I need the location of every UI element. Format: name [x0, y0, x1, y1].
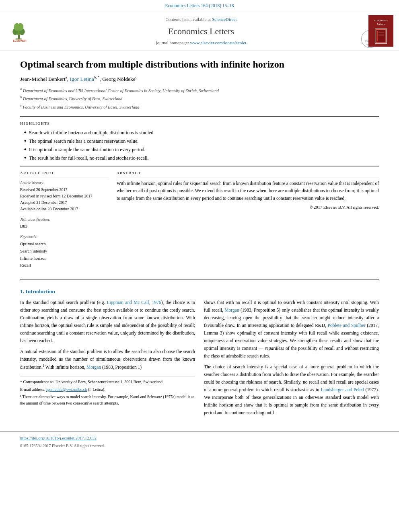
footnote-1: ¹ There are alternative ways to model se…: [20, 394, 195, 406]
email-link[interactable]: igor.letina@vwi.unibe.ch: [46, 387, 87, 392]
doi-link[interactable]: https://doi.org/10.1016/j.econlet.2017.1…: [20, 436, 97, 440]
highlight-item-3: It is optimal to sample the same distrib…: [24, 146, 379, 153]
highlights-label: HIGHLIGHTS: [20, 121, 379, 127]
article-info-column: ARTICLE INFO Article history: Received 2…: [20, 170, 109, 273]
sciencedirect-link[interactable]: ScienceDirect: [212, 17, 237, 22]
cover-label: economicsletters: [374, 18, 388, 27]
keyword-3: Infinite horizon: [20, 255, 109, 262]
jel-section: JEL classification: D83: [20, 216, 109, 230]
jel-code: D83: [20, 223, 109, 230]
journal-header: ELSEVIER Contents lists available at Sci…: [0, 11, 399, 51]
landsberger-peled-link[interactable]: Landsberger and Peled: [321, 387, 364, 392]
affil-row-3: c Faculty of Business and Economics, Uni…: [20, 103, 379, 111]
keyword-2: Search intensity: [20, 248, 109, 255]
keywords-label: Keywords:: [20, 234, 109, 240]
affil-row-1: a Department of Economics and UBS Intern…: [20, 86, 379, 94]
morgan-link-right[interactable]: Morgan: [224, 308, 239, 312]
author-1: Jean-Michel Benkert: [20, 76, 66, 82]
journal-homepage-url[interactable]: www.elsevier.com/locate/ecolet: [190, 40, 247, 45]
elsevier-logo-icon: ELSEVIER: [6, 20, 34, 42]
highlight-item-4: The result holds for full-recall, no-rec…: [24, 154, 379, 162]
bottom-bar: https://doi.org/10.1016/j.econlet.2017.1…: [0, 431, 399, 452]
article-info-label: ARTICLE INFO: [20, 170, 109, 178]
intro-para-right-1: shows that with no recall it is optimal …: [204, 299, 379, 360]
intro-body-columns: In the standard optimal search problem (…: [20, 299, 379, 420]
journal-top-link[interactable]: Economics Letters 164 (2018) 15–18: [0, 0, 399, 11]
author-1-sup: a: [66, 75, 67, 79]
date-accepted: Accepted 21 December 2017: [20, 199, 109, 206]
poblete-spulber-link[interactable]: Poblete and Spulber: [328, 323, 366, 328]
affil-text-a: Department of Economics and UBS Internat…: [23, 88, 219, 93]
intro-para-right-2: The choice of search intensity is a spec…: [204, 363, 379, 417]
jel-label: JEL classification:: [20, 216, 109, 222]
footnote-email: E-mail address: igor.letina@vwi.unibe.ch…: [20, 386, 195, 393]
article-history-label: Article history:: [20, 180, 109, 186]
author-3: Georg Nöldeke: [102, 76, 136, 82]
article-history-section: Article history: Received 20 September 2…: [20, 180, 109, 212]
affil-sup-b: b: [20, 95, 22, 99]
abstract-column: ABSTRACT With infinite horizon, optimal …: [117, 170, 379, 273]
main-content: ✓ Check forupdates Optimal search from m…: [0, 51, 399, 427]
abstract-copyright: © 2017 Elsevier B.V. All rights reserved…: [117, 204, 379, 211]
morgan-link-left[interactable]: Morgan: [86, 365, 101, 370]
elsevier-logo-area: ELSEVIER: [6, 20, 34, 42]
footnote-correspondence: * Correspondence to: University of Bern,…: [20, 379, 195, 385]
highlight-item-1: Search with infinite horizon and multipl…: [24, 129, 379, 136]
intro-para-1: In the standard optimal search problem (…: [20, 299, 195, 345]
date-revised: Received in revised form 12 December 201…: [20, 193, 109, 199]
svg-text:ELSEVIER: ELSEVIER: [13, 39, 27, 42]
issn-text: 0165-1765/© 2017 Elsevier B.V. All right…: [20, 444, 105, 448]
journal-citation: Economics Letters 164 (2018) 15–18: [165, 3, 234, 8]
affil-text-b: Department of Economics, University of B…: [23, 97, 122, 101]
contents-available-line: Contents lists available at ScienceDirec…: [39, 16, 364, 23]
journal-homepage-line: journal homepage: www.elsevier.com/locat…: [39, 39, 364, 46]
author-2-link[interactable]: Igor Letina: [70, 76, 94, 82]
author-2-sup: b, *: [94, 75, 100, 79]
authors-line: Jean-Michel Benkerta, Igor Letinab, *, G…: [20, 75, 379, 83]
info-abstract-columns: ARTICLE INFO Article history: Received 2…: [20, 170, 379, 273]
abstract-label: ABSTRACT: [117, 170, 379, 178]
affil-text-c: Faculty of Business and Economics, Unive…: [23, 105, 139, 109]
lippman-mccall-link[interactable]: Lippman and Mc-Call, 1976: [107, 300, 161, 305]
affil-sup-a: a: [20, 87, 22, 91]
highlight-item-2: The optimal search rule has a constant r…: [24, 138, 379, 145]
journal-cover-thumbnail: economicsletters: [368, 15, 393, 47]
article-title: Optimal search from multiple distributio…: [20, 58, 379, 71]
divider-1: [20, 116, 379, 117]
journal-name-heading: Economics Letters: [39, 25, 364, 38]
svg-point-6: [17, 23, 23, 31]
keyword-1: Optimal search: [20, 240, 109, 248]
keywords-section: Keywords: Optimal search Search intensit…: [20, 234, 109, 269]
intro-left-col: In the standard optimal search problem (…: [20, 299, 195, 420]
date-online: Available online 28 December 2017: [20, 206, 109, 212]
date-received: Received 20 September 2017: [20, 187, 109, 193]
affiliations: a Department of Economics and UBS Intern…: [20, 86, 379, 111]
keywords-list: Optimal search Search intensity Infinite…: [20, 240, 109, 269]
author-3-sup: c: [136, 75, 137, 79]
email-label: E-mail address:: [20, 387, 45, 392]
affil-row-2: b Department of Economics, University of…: [20, 94, 379, 102]
divider-3: [20, 279, 379, 280]
abstract-text: With infinite horizon, optimal rules for…: [117, 180, 379, 202]
affil-sup-c: c: [20, 103, 22, 107]
cover-book-icon: [375, 29, 387, 44]
journal-header-center: Contents lists available at ScienceDirec…: [39, 16, 364, 46]
svg-rect-9: [377, 31, 378, 41]
introduction-section: 1. Introduction In the standard optimal …: [20, 288, 379, 420]
divider-2: [20, 166, 379, 166]
intro-section-title: 1. Introduction: [20, 288, 379, 296]
intro-para-2: A natural extension of the standard prob…: [20, 348, 195, 371]
highlights-list: Search with infinite horizon and multipl…: [20, 129, 379, 162]
intro-right-col: shows that with no recall it is optimal …: [204, 299, 379, 420]
footnote-area: * Correspondence to: University of Bern,…: [20, 376, 195, 406]
keyword-4: Recall: [20, 262, 109, 269]
